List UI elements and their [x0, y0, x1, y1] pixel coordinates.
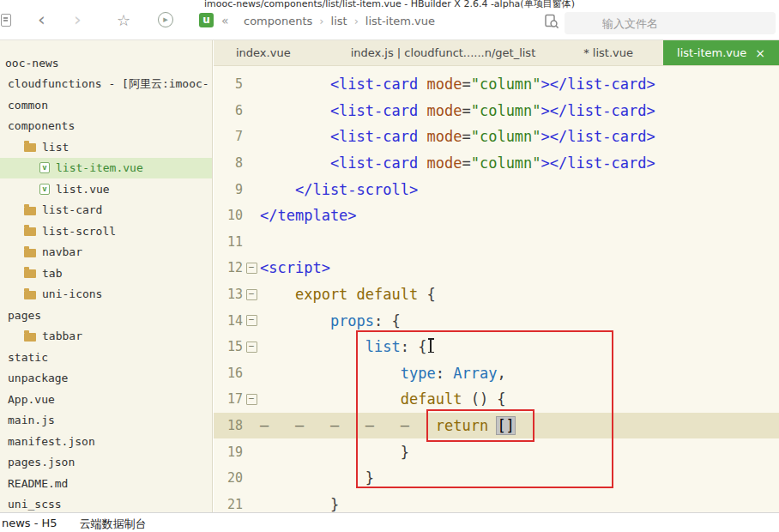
sidebar-item-label: common — [8, 99, 48, 112]
file-tree: ooc-newscloudfunctions - [阿里云:imooc-comm… — [0, 52, 212, 512]
code-text: } — [260, 444, 409, 461]
code-line-9[interactable]: 9 </list-scroll> — [214, 176, 779, 203]
sidebar-item-list.vue[interactable]: vlist.vue — [0, 178, 212, 200]
code-line-12[interactable]: 12<script> — [214, 255, 779, 281]
sidebar-item-common[interactable]: common — [0, 94, 212, 116]
sidebar-item-navbar[interactable]: navbar — [0, 242, 212, 263]
line-number: 9 — [214, 182, 243, 197]
fold-marker-icon[interactable] — [243, 315, 260, 326]
sidebar-item-static[interactable]: static — [0, 347, 212, 368]
line-number: 20 — [214, 470, 243, 486]
sidebar-item-components[interactable]: components — [0, 116, 212, 137]
code-line-19[interactable]: 19 } — [214, 438, 779, 465]
sidebar-item-tabbar[interactable]: tabbar — [0, 326, 212, 348]
folder-icon — [24, 227, 36, 236]
sidebar-item-label: unpackage — [8, 372, 68, 384]
uniapp-logo-icon[interactable]: u — [199, 13, 214, 27]
sidebar-item-label: list — [42, 141, 69, 154]
code-line-8[interactable]: 8 <list-card mode="column"></list-card> — [214, 150, 779, 177]
code-line-20[interactable]: 20 } — [214, 465, 779, 492]
file-icon[interactable] — [1, 14, 11, 27]
folder-icon — [24, 207, 36, 215]
sidebar-item-uni-scss[interactable]: uni_scss — [0, 494, 212, 513]
sidebar-item-list-card[interactable]: list-card — [0, 200, 212, 221]
sidebar-item-pages.json[interactable]: pages.json — [0, 452, 212, 474]
sidebar-item-label: list-scroll — [42, 225, 116, 238]
sidebar-item-label: list.vue — [56, 183, 110, 196]
collapse-breadcrumb-icon[interactable]: « — [221, 14, 229, 27]
sidebar-item-list-item.vue[interactable]: vlist-item.vue — [0, 158, 212, 179]
sidebar-item-tab[interactable]: tab — [0, 263, 212, 284]
find-file-icon[interactable] — [544, 14, 559, 33]
sidebar-item-app.vue[interactable]: App.vue — [0, 389, 212, 410]
sidebar-item-uni-icons[interactable]: uni-icons — [0, 284, 212, 305]
code-text: </list-scroll> — [260, 181, 418, 198]
fold-marker-icon[interactable] — [243, 394, 260, 405]
line-number: 16 — [214, 366, 243, 381]
back-icon[interactable]: ‹ — [38, 9, 45, 30]
sidebar-item-list[interactable]: list — [0, 136, 212, 158]
line-number: 8 — [214, 155, 243, 171]
breadcrumb-item-components[interactable]: components — [244, 15, 312, 27]
code-line-15[interactable]: 15 list: { — [214, 334, 779, 360]
code-text: — — — — — return [] — [260, 417, 515, 434]
run-icon[interactable]: ▸ — [158, 12, 173, 27]
sidebar-item-ooc-news[interactable]: ooc-news — [0, 52, 212, 74]
sidebar-item-label: pages.json — [8, 456, 75, 469]
line-number: 17 — [214, 391, 243, 407]
sidebar-item-label: main.js — [8, 414, 55, 426]
code-line-14[interactable]: 14 props: { — [214, 307, 779, 334]
code-line-16[interactable]: 16 type: Array, — [214, 360, 779, 387]
code-text: <list-card mode="column"></list-card> — [260, 154, 655, 172]
fold-marker-icon[interactable] — [243, 289, 260, 300]
code-text: export default { — [260, 286, 436, 303]
file-search-input[interactable] — [565, 12, 776, 34]
vue-icon: v — [39, 184, 50, 195]
bookmark-star-icon[interactable]: ☆ — [117, 11, 130, 29]
sidebar-item-label: pages — [8, 309, 41, 322]
tab-list-item.vue[interactable]: list-item.vue× — [663, 40, 779, 65]
sidebar-item-readme.md[interactable]: README.md — [0, 473, 212, 494]
tab-list.vue[interactable]: * list.vue — [573, 40, 643, 65]
tab-index.vue[interactable]: index.vue — [226, 40, 301, 65]
console-tab-news-h5[interactable]: news - H5 — [2, 517, 57, 529]
breadcrumb-item-list[interactable]: list — [331, 15, 347, 27]
close-icon[interactable]: × — [755, 46, 765, 60]
code-line-21[interactable]: 21 } — [214, 492, 779, 513]
sidebar-item-pages[interactable]: pages — [0, 305, 212, 326]
tab-index.js-cloudfunct......n-get-list[interactable]: index.js | cloudfunct......n/get_list — [341, 40, 547, 65]
breadcrumb-item-list-item.vue[interactable]: list-item.vue — [365, 15, 435, 27]
vue-icon: v — [39, 162, 50, 173]
line-number: 14 — [214, 313, 243, 329]
folder-icon — [24, 333, 36, 342]
console-tab-[interactable]: 云端数据制台 — [80, 517, 147, 532]
tab-label: * list.vue — [583, 46, 633, 59]
sidebar-item-label: ooc-news — [5, 57, 59, 70]
fold-marker-icon[interactable] — [243, 342, 260, 353]
fold-marker-icon[interactable] — [243, 263, 260, 274]
forward-icon[interactable]: › — [74, 9, 82, 30]
sidebar-item-label: components — [8, 119, 75, 132]
folder-icon — [24, 291, 36, 299]
sidebar-item-label: uni-icons — [42, 287, 102, 300]
code-line-10[interactable]: 10</template> — [214, 203, 779, 229]
folder-icon — [24, 143, 36, 152]
sidebar-item-unpackage[interactable]: unpackage — [0, 368, 212, 390]
code-line-5[interactable]: 5 <list-card mode="column"></list-card> — [214, 71, 779, 98]
sidebar-item-manifest.json[interactable]: manifest.json — [0, 431, 212, 452]
code-line-11[interactable]: 11 — [214, 229, 779, 256]
code-line-7[interactable]: 7 <list-card mode="column"></list-card> — [214, 124, 779, 150]
line-number: 15 — [214, 339, 243, 354]
tab-label: index.vue — [236, 46, 291, 59]
code-line-18[interactable]: 18— — — — — return [] — [214, 413, 779, 439]
breadcrumb-separator-icon: › — [354, 15, 359, 27]
sidebar-item-cloudfunctions-imooc[interactable]: cloudfunctions - [阿里云:imooc- — [0, 74, 212, 95]
code-line-17[interactable]: 17 default () { — [214, 386, 779, 413]
code-line-6[interactable]: 6 <list-card mode="column"></list-card> — [214, 98, 779, 124]
code-line-13[interactable]: 13 export default { — [214, 281, 779, 308]
code-area[interactable]: 5 <list-card mode="column"></list-card>6… — [214, 66, 779, 512]
line-number: 11 — [214, 234, 243, 250]
sidebar-item-list-scroll[interactable]: list-scroll — [0, 221, 212, 242]
sidebar-item-main.js[interactable]: main.js — [0, 410, 212, 432]
line-number: 7 — [214, 129, 243, 144]
